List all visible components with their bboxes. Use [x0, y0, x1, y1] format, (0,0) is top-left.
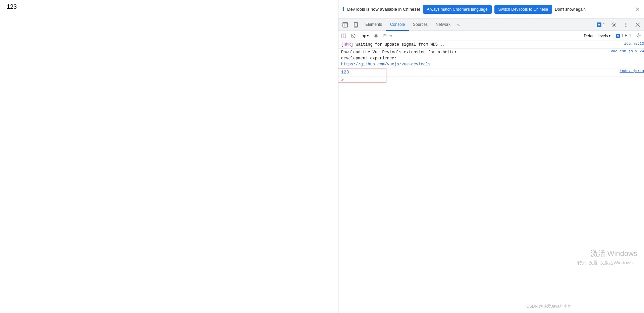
- console-content-area: [HMR] Waiting for update signal from WDS…: [338, 41, 644, 313]
- always-match-button[interactable]: Always match Chrome's language: [423, 5, 492, 14]
- tab-elements[interactable]: Elements: [361, 19, 386, 31]
- console-input[interactable]: [345, 78, 641, 83]
- notification-message: DevTools is now available in Chinese!: [347, 7, 420, 12]
- svg-rect-0: [343, 22, 347, 27]
- tab-sources[interactable]: Sources: [409, 19, 432, 31]
- console-log-list: [HMR] Waiting for update signal from WDS…: [338, 41, 644, 313]
- switch-chinese-button[interactable]: Switch DevTools to Chinese: [494, 5, 552, 14]
- console-row-123: 123 index.js:13: [338, 68, 644, 77]
- vue-source[interactable]: vue.esm.js:9324: [608, 49, 644, 53]
- dont-show-again-button[interactable]: Don't show again: [555, 7, 586, 12]
- settings-icon: [611, 22, 616, 28]
- svg-point-17: [374, 35, 378, 37]
- console-settings-button[interactable]: [635, 32, 643, 40]
- svg-point-8: [626, 22, 627, 23]
- tabs-bar: Elements Console Sources Network » ⚑ 1: [338, 19, 644, 31]
- clear-icon: [351, 34, 356, 38]
- tabs-right: ⚑ 1: [595, 21, 643, 29]
- console-prompt: >: [341, 77, 344, 83]
- vue-message: Download the Vue Devtools extension for …: [341, 49, 608, 67]
- console-eye-button[interactable]: [372, 33, 380, 39]
- output-123: 123: [341, 69, 617, 76]
- main-page: 123: [0, 0, 338, 313]
- tab-network[interactable]: Network: [432, 19, 454, 31]
- more-options-icon: [623, 22, 629, 28]
- svg-text:⚑: ⚑: [616, 34, 619, 38]
- clear-console-button[interactable]: [349, 33, 357, 39]
- devtools-settings-button[interactable]: [608, 21, 619, 29]
- device-toolbar-button[interactable]: [351, 21, 361, 29]
- svg-rect-13: [342, 34, 346, 38]
- sidebar-icon: [341, 34, 346, 38]
- hmr-text: Waiting for update signal from WDS...: [356, 42, 445, 47]
- default-levels-dropdown[interactable]: Default levels ▾: [582, 33, 612, 39]
- filter-input[interactable]: [381, 33, 581, 39]
- console-input-row[interactable]: >: [338, 77, 644, 84]
- page-number: 123: [7, 3, 17, 10]
- close-devtools-icon: [635, 22, 640, 27]
- vue-devtools-link[interactable]: https://github.com/vuejs/vue-devtools: [341, 62, 430, 67]
- devtools-panel: ℹ DevTools is now available in Chinese! …: [338, 0, 644, 313]
- hmr-source[interactable]: log.js:23: [622, 42, 644, 46]
- output-value: 123: [341, 70, 349, 75]
- device-icon: [353, 22, 359, 28]
- console-issue-icon: ⚑: [616, 34, 620, 38]
- tab-console[interactable]: Console: [386, 19, 409, 31]
- vue-line1: Download the Vue Devtools extension for …: [341, 50, 457, 55]
- console-settings-icon: [636, 33, 641, 38]
- vue-line2: development experience:: [341, 56, 397, 61]
- svg-line-16: [352, 34, 355, 37]
- attribution-text: CSDN @热爱Java的小华: [526, 304, 572, 309]
- svg-point-10: [626, 26, 627, 27]
- console-row-vue: Download the Vue Devtools extension for …: [338, 49, 644, 68]
- console-issue-button[interactable]: ⚑ 1 ⚑ 1: [614, 33, 633, 39]
- taskbar-area: CSDN @热爱Java的小华: [338, 300, 644, 313]
- more-tabs-button[interactable]: »: [454, 21, 463, 29]
- svg-point-21: [638, 35, 639, 36]
- console-sidebar-button[interactable]: [340, 33, 348, 39]
- svg-text:⚑: ⚑: [598, 23, 601, 27]
- inspect-icon: [342, 22, 348, 28]
- svg-point-9: [626, 24, 627, 25]
- output-source[interactable]: index.js:13: [617, 69, 644, 73]
- issues-icon: ⚑: [597, 22, 601, 27]
- issues-button[interactable]: ⚑ 1: [595, 22, 607, 28]
- notification-bar: ℹ DevTools is now available in Chinese! …: [338, 0, 644, 19]
- svg-point-18: [375, 35, 377, 37]
- inspect-element-button[interactable]: [340, 21, 351, 29]
- context-selector[interactable]: top ▾: [359, 33, 371, 39]
- hmr-message: [HMR] Waiting for update signal from WDS…: [341, 42, 622, 48]
- console-toolbar: top ▾ Default levels ▾ ⚑ 1 ⚑ 1: [338, 31, 644, 41]
- close-devtools-button[interactable]: [633, 21, 643, 29]
- svg-point-7: [613, 24, 615, 25]
- console-row-hmr: [HMR] Waiting for update signal from WDS…: [338, 41, 644, 49]
- info-icon: ℹ: [342, 6, 344, 12]
- hmr-tag: [HMR]: [341, 42, 353, 47]
- close-notification-button[interactable]: ✕: [634, 6, 641, 13]
- eye-icon: [374, 34, 378, 38]
- more-options-button[interactable]: [621, 21, 631, 29]
